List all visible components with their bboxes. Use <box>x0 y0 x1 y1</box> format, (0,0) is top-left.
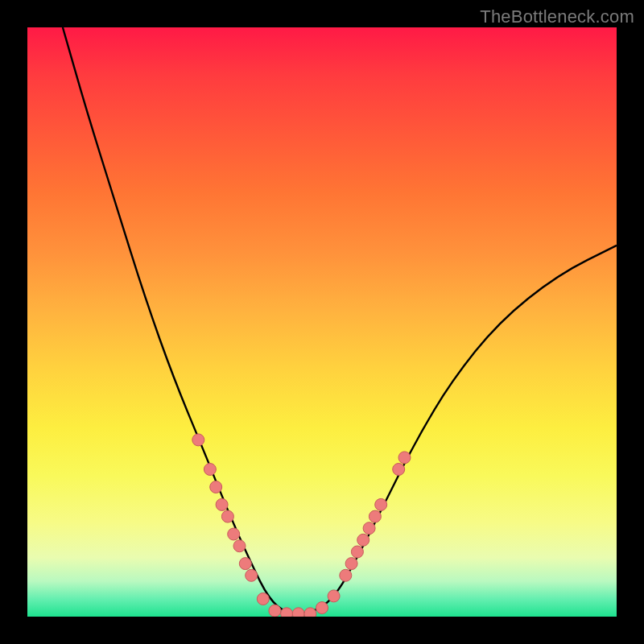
watermark-text: TheBottleneck.com <box>480 6 634 27</box>
data-point-marker <box>204 464 216 476</box>
data-point-marker <box>281 608 293 617</box>
data-point-marker <box>375 498 387 510</box>
curve-markers <box>192 434 411 617</box>
data-point-marker <box>398 452 411 464</box>
data-point-marker <box>269 605 281 617</box>
chart-frame: TheBottleneck.com <box>0 0 644 644</box>
data-point-marker <box>351 546 363 558</box>
data-point-marker <box>357 534 369 546</box>
data-point-marker <box>216 498 228 510</box>
data-point-marker <box>316 602 328 614</box>
chart-svg <box>27 27 617 617</box>
data-point-marker <box>192 434 204 446</box>
plot-area <box>27 27 617 617</box>
data-point-marker <box>292 608 304 617</box>
data-point-marker <box>304 608 316 617</box>
data-point-marker <box>210 481 222 493</box>
data-point-marker <box>246 569 258 581</box>
data-point-marker <box>221 510 233 522</box>
data-point-marker <box>393 464 405 476</box>
data-point-marker <box>328 590 340 602</box>
bottleneck-curve <box>63 27 617 613</box>
data-point-marker <box>363 522 375 535</box>
data-point-marker <box>239 558 251 570</box>
data-point-marker <box>228 528 240 540</box>
data-point-marker <box>345 558 357 570</box>
data-point-marker <box>257 593 269 605</box>
data-point-marker <box>340 569 352 581</box>
data-point-marker <box>369 510 381 522</box>
data-point-marker <box>233 540 246 552</box>
